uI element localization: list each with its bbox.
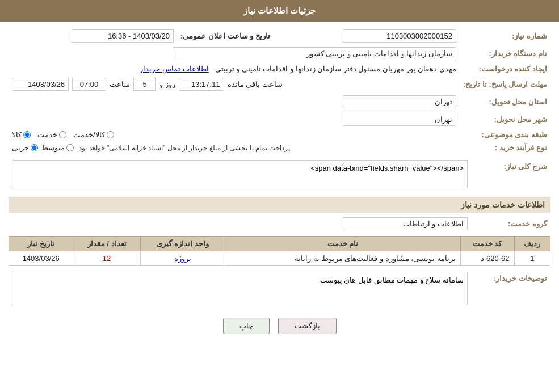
col-vahed: واحد اندازه گیری <box>140 237 225 251</box>
col-kod: کد خدمت <box>460 237 514 251</box>
noefrayand-motevaset-label: متوسط <box>41 144 65 152</box>
grooh-value: اطلاعات و ارتباطات <box>343 217 468 230</box>
cell-tedad: 12 <box>73 251 141 266</box>
noefrayand-desc: پرداخت تمام یا بخشی از مبلغ خریدار از مح… <box>77 144 290 152</box>
radio-jozyi-input[interactable] <box>31 144 38 151</box>
shahr-value: تهران <box>343 113 456 126</box>
col-tedad: تعداد / مقدار <box>73 237 141 251</box>
page-title: جزئیات اطلاعات نیاز <box>243 6 316 15</box>
nam-dastgah-value: سازمان زندانها و اقدامات تامینی و تربیتی… <box>173 47 456 60</box>
tabagheh-label: طبقه بندی موضوعی: <box>460 128 550 141</box>
mohlat-saat-value: 07:00 <box>72 78 106 91</box>
mohlat-roz-value: 5 <box>133 78 156 91</box>
shomare-niaz-label: شماره نیاز: <box>460 27 550 45</box>
mohlat-saat2-value: 13:17:11 <box>179 78 224 91</box>
mohlat-date-value: 1403/03/26 <box>12 78 69 91</box>
radio-kala-khedmat[interactable]: کالا/خدمت <box>73 130 114 139</box>
ijad-label: ایجاد کننده درخواست: <box>460 62 550 75</box>
tosih-label: توصیحات خریدار: <box>471 269 550 309</box>
noefrayand-label: نوع فرآیند خرید : <box>460 141 550 154</box>
ostan-label: استان محل تحویل: <box>460 93 550 111</box>
page-header: جزئیات اطلاعات نیاز <box>0 0 559 22</box>
button-row: بازگشت چاپ <box>9 318 550 334</box>
tabagheh-kala-khedmat-label: کالا/خدمت <box>73 130 105 139</box>
tosih-textarea[interactable] <box>12 272 468 305</box>
mohlat-saat-label: ساعت <box>110 80 130 88</box>
table-row: 1 620-62-د برنامه نویسی، مشاوره و فعالیت… <box>9 251 550 266</box>
col-tarikh: تاریخ نیاز <box>9 237 73 251</box>
services-table: ردیف کد خدمت نام خدمت واحد اندازه گیری ت… <box>9 236 550 266</box>
col-radif: ردیف <box>514 237 550 251</box>
ostan-value: تهران <box>343 95 456 108</box>
cell-naam: برنامه نویسی، مشاوره و فعالیت‌های مربوط … <box>225 251 461 266</box>
radio-motevaset-input[interactable] <box>66 144 74 151</box>
nam-dastgah-label: نام دستگاه خریدار: <box>460 45 550 62</box>
sharh-label: شرح کلی نیاز: <box>471 158 550 192</box>
radio-jozyi[interactable]: جزیی <box>12 144 38 152</box>
radio-khedmat[interactable]: خدمت <box>37 130 66 139</box>
radio-motevaset[interactable]: متوسط <box>41 144 74 152</box>
tabagheh-khedmat-label: خدمت <box>37 130 57 139</box>
services-section-title: اطلاعات خدمات مورد نیاز <box>9 197 550 213</box>
mohlat-bagi: ساعت باقی مانده <box>228 80 283 88</box>
noefrayand-jozyi-label: جزیی <box>12 144 29 152</box>
radio-kala-input[interactable] <box>23 131 31 138</box>
ijad-link[interactable]: اطلاعات تماس خریدار <box>140 65 208 73</box>
grooh-label: گروه خدمت: <box>471 215 550 233</box>
cell-kod: 620-62-د <box>460 251 514 266</box>
mohlat-label: مهلت ارسال پاسخ: تا تاریخ: <box>460 75 550 93</box>
cell-tarikh: 1403/03/26 <box>9 251 73 266</box>
radio-khedmat-input[interactable] <box>59 131 66 138</box>
ijad-value: مهدی دهقان پور مهریان مسئول دفتر سازمان … <box>215 65 456 73</box>
radio-kala-khedmat-input[interactable] <box>107 131 114 138</box>
radio-kala[interactable]: کالا <box>12 130 31 139</box>
print-button[interactable]: چاپ <box>223 318 270 334</box>
col-naam: نام خدمت <box>225 237 461 251</box>
mohlat-roz-label: روز و <box>159 80 175 88</box>
shomare-niaz-value: 1103003002000152 <box>343 29 456 43</box>
cell-radif: 1 <box>514 251 550 266</box>
shahr-label: شهر محل تحویل: <box>460 111 550 128</box>
back-button[interactable]: بازگشت <box>278 318 337 334</box>
tabagheh-kala-label: کالا <box>12 130 22 139</box>
cell-vahed: پروژه <box>140 251 225 266</box>
sharh-textarea[interactable]: <span data-bind="fields.sharh_value"></s… <box>12 160 468 188</box>
tarikhe-elaan-label: تاریخ و ساعت اعلان عمومی: <box>177 27 274 45</box>
tarikhe-elaan-value: 1403/03/20 - 16:36 <box>72 29 174 43</box>
